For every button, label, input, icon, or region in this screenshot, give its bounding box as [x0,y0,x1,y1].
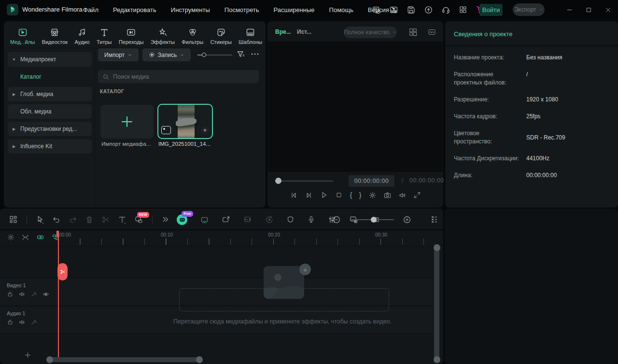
fullscreen-icon[interactable] [413,191,421,199]
playhead-split-button[interactable] [57,263,68,280]
horizontal-scrollbar[interactable] [46,357,203,362]
track-manager-icon[interactable] [426,215,443,224]
play-icon[interactable] [320,191,328,199]
reverse-play-icon[interactable] [261,215,278,224]
filter-icon[interactable] [236,50,245,59]
tab-player[interactable]: Вре... [275,28,291,35]
visibility-eye-icon[interactable] [42,291,50,298]
minimize-button[interactable] [562,0,576,19]
tab-audio[interactable]: Аудио [74,23,90,47]
media-item-thumbnail[interactable]: + [157,104,213,139]
export-frame-icon[interactable] [218,215,235,224]
zoom-out-icon[interactable] [328,215,345,224]
tab-history[interactable]: Ист... [297,28,311,35]
timeline-ruler[interactable] [58,238,433,245]
thumbnail-size-slider[interactable] [197,55,232,56]
tab-media[interactable]: Мед...йлы [10,23,35,47]
tab-stickers[interactable]: Стикеры [210,23,232,47]
delete-icon[interactable] [81,215,98,224]
scopes-icon[interactable] [427,28,436,36]
track-wand-icon[interactable] [30,319,37,326]
scrollbar-cap[interactable] [46,356,53,363]
login-button[interactable]: Войти [479,4,503,16]
video-preview-area[interactable] [268,42,443,172]
more-tools-icon[interactable] [157,215,173,224]
sidebar-item-global-media[interactable]: ▶ Глоб. медиа [8,87,92,101]
shield-marker-icon[interactable] [282,215,298,224]
layout-icon[interactable] [389,5,398,14]
mark-out-icon[interactable]: } [359,191,362,199]
project-backup-icon[interactable] [372,5,381,14]
current-timecode[interactable]: 00:00:00:00 [349,175,394,187]
previous-frame-icon[interactable] [290,191,298,199]
maximize-button[interactable] [581,0,596,19]
apps-grid-icon[interactable] [459,5,467,14]
menu-file[interactable]: Файл [83,6,98,14]
volume-icon[interactable] [398,191,407,199]
sidebar-item-cloud-media[interactable]: Обл. медиа [8,104,92,119]
menu-help[interactable]: Помощь [329,6,353,14]
split-scissors-icon[interactable] [98,215,114,224]
sidebar-item-catalog[interactable]: Каталог [8,70,92,84]
scrollbar-cap[interactable] [434,356,440,363]
preview-scrubber[interactable] [276,181,333,182]
tab-transitions[interactable]: Переходы [118,23,144,47]
add-track-icon[interactable] [24,351,31,359]
mute-icon[interactable] [18,291,26,298]
snapshot-icon[interactable] [383,191,392,199]
tab-stock[interactable]: Видеосток [42,23,68,47]
playhead[interactable] [58,231,59,361]
multi-view-icon[interactable] [408,28,418,37]
lock-icon[interactable] [7,319,14,326]
sidebar-item-mediaproject[interactable]: ▼ Медиапроект [8,52,92,67]
scrollbar-cap[interactable] [434,244,440,251]
mark-in-icon[interactable]: { [350,191,352,199]
upload-cloud-icon[interactable] [424,5,433,14]
close-button[interactable] [601,0,615,19]
lock-icon[interactable] [7,291,14,298]
support-headset-icon[interactable] [441,5,450,14]
quality-dropdown[interactable]: Полное качество [344,27,397,38]
text-tool-icon[interactable] [114,215,130,224]
menu-edit[interactable]: Редактировать [113,6,156,14]
timeline-settings-icon[interactable] [7,233,15,241]
menu-advanced[interactable]: Расширенные [274,6,315,14]
tab-filters[interactable]: Фильтры [181,23,204,47]
record-dropdown-button[interactable]: Запись [142,48,191,61]
smart-cutout-icon[interactable] [196,215,213,224]
image-play-icon[interactable] [239,215,256,224]
track-wand-icon[interactable] [30,291,37,298]
import-media-tile[interactable] [100,105,154,139]
redo-icon[interactable] [65,215,81,224]
tab-titles[interactable]: Титры [96,23,112,47]
undo-icon[interactable] [48,215,65,224]
timeline-zoom-slider[interactable] [350,219,394,220]
zoom-in-icon[interactable] [399,215,415,224]
menu-view[interactable]: Посмотреть [225,6,259,14]
vertical-scrollbar[interactable] [434,244,439,363]
scrubber-handle[interactable] [275,178,281,184]
sidebar-item-presets[interactable]: ▶ Предустановки ред... [8,122,92,136]
mute-icon[interactable] [18,319,26,326]
export-button[interactable]: Экспорт [513,3,545,16]
menu-tools[interactable]: Инструменты [171,6,210,14]
voiceover-mic-icon[interactable] [303,215,319,224]
keyframe-curve-icon[interactable] [21,233,29,241]
zoom-slider-knob[interactable] [371,217,377,223]
import-dropdown-button[interactable]: Импорт [98,48,139,61]
mask-overlay-tool-icon[interactable]: NEW [130,215,147,224]
slider-knob[interactable] [202,53,206,57]
sidebar-item-influence-kit[interactable]: ▶ Influence Kit [8,139,92,154]
playhead-marker[interactable] [56,231,59,237]
search-input[interactable] [113,73,254,80]
scrollbar-cap[interactable] [196,356,203,363]
ai-copilot-icon[interactable]: Free [173,214,191,225]
playback-settings-icon[interactable] [368,191,377,199]
save-icon[interactable] [407,5,416,14]
tab-templates[interactable]: Шаблоны [238,23,263,47]
next-frame-icon[interactable] [305,191,313,199]
auto-link-icon[interactable] [36,233,45,241]
add-to-timeline-icon[interactable]: + [201,126,209,134]
stop-icon[interactable] [335,191,343,199]
more-options-icon[interactable] [251,53,259,56]
